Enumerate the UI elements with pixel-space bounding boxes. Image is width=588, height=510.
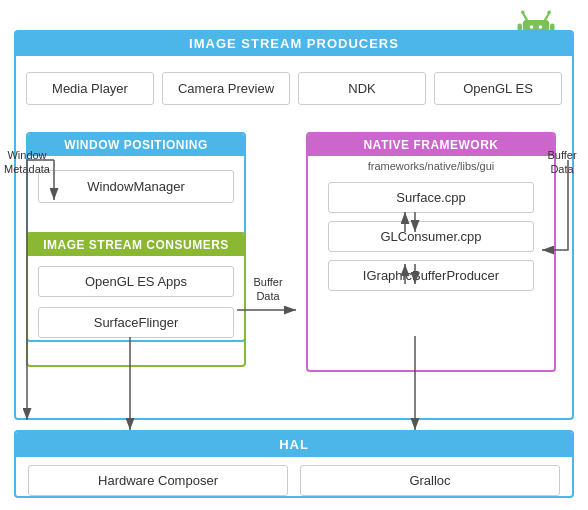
producer-ndk: NDK xyxy=(298,72,426,105)
surface-flinger: SurfaceFlinger xyxy=(38,307,234,338)
producer-media-player: Media Player xyxy=(26,72,154,105)
window-manager: WindowManager xyxy=(38,170,234,203)
gl-consumer-cpp: GLConsumer.cpp xyxy=(328,221,534,252)
producers-row: Media Player Camera Preview NDK OpenGL E… xyxy=(26,72,562,105)
svg-point-2 xyxy=(521,10,525,14)
igraphic-buffer-producer: IGraphicBufferProducer xyxy=(328,260,534,291)
isc-box: IMAGE STREAM CONSUMERS OpenGL ES Apps Su… xyxy=(26,232,246,367)
hardware-composer: Hardware Composer xyxy=(28,465,288,496)
hal-box: HAL Hardware Composer Gralloc xyxy=(14,430,574,498)
isp-box: IMAGE STREAM PRODUCERS Media Player Came… xyxy=(14,30,574,420)
producer-camera-preview: Camera Preview xyxy=(162,72,290,105)
producer-opengl-es: OpenGL ES xyxy=(434,72,562,105)
window-metadata-label: WindowMetadata xyxy=(0,148,54,177)
svg-point-3 xyxy=(547,10,551,14)
nf-subtitle: frameworks/native/libs/gui xyxy=(308,156,554,174)
opengl-es-apps: OpenGL ES Apps xyxy=(38,266,234,297)
buffer-data-mid-label: BufferData xyxy=(242,275,294,304)
diagram: IMAGE STREAM PRODUCERS Media Player Came… xyxy=(0,0,588,510)
svg-point-9 xyxy=(539,25,543,29)
svg-point-8 xyxy=(530,25,534,29)
gralloc: Gralloc xyxy=(300,465,560,496)
hal-row: Hardware Composer Gralloc xyxy=(28,465,560,496)
surface-cpp: Surface.cpp xyxy=(328,182,534,213)
isp-header: IMAGE STREAM PRODUCERS xyxy=(16,31,572,56)
wp-header: WINDOW POSITIONING xyxy=(28,134,244,156)
nf-header: NATIVE FRAMEWORK xyxy=(308,134,554,156)
nf-box: NATIVE FRAMEWORK frameworks/native/libs/… xyxy=(306,132,556,372)
isc-header: IMAGE STREAM CONSUMERS xyxy=(28,234,244,256)
buffer-data-right-label: BufferData xyxy=(536,148,588,177)
hal-header: HAL xyxy=(16,432,572,457)
